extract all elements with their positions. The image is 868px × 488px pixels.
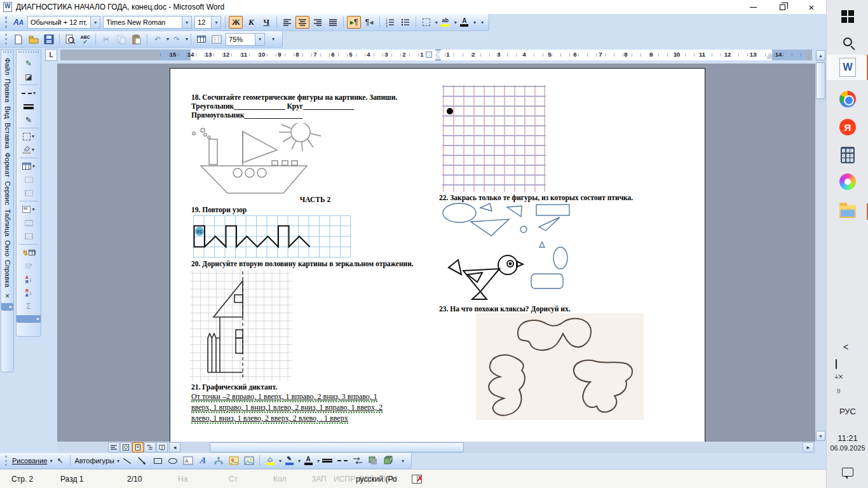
menu-item-4[interactable]: Формат [4,152,11,177]
right-indent-marker[interactable] [767,53,773,58]
search-button[interactable] [827,30,868,53]
tab-selector[interactable]: L [45,49,57,61]
tray-ethernet-icon[interactable]: ⏚✕ [834,374,843,381]
font-combobox[interactable]: Times New Roman▾ [103,16,192,29]
insert-picture-icon[interactable] [242,454,256,467]
arrow-style-icon[interactable] [351,454,365,467]
eraser-icon[interactable]: ◪ [19,70,38,83]
boat-picture[interactable] [188,123,334,206]
scroll-left-button[interactable]: ◄ [169,442,180,452]
italic-button[interactable]: К [244,16,258,29]
toolbar-overflow-chevron[interactable]: ▸ [1,303,13,311]
merge-cells-icon[interactable] [19,173,38,186]
cut-icon[interactable]: ✂ [99,33,113,46]
clock-date[interactable]: 06.09.2025 [827,444,868,452]
tray-camera-icon[interactable] [836,360,837,369]
align-right-button[interactable] [311,16,325,29]
toolbar-overflow-chevron[interactable]: ▸ [17,315,41,323]
scroll-down-button[interactable]: ▼ [816,431,825,441]
menu-item-0[interactable]: Файл [4,58,11,75]
menu-item-7[interactable]: Окно [4,240,11,257]
pattern-picture[interactable] [193,215,351,258]
scroll-right-button[interactable]: ► [803,442,814,452]
text-direction-icon[interactable] [19,259,38,273]
menu-item-5[interactable]: Сервис [4,181,11,205]
document-area[interactable]: 18. Сосчитайте геометрические фигуры на … [57,64,815,442]
menu-item-6[interactable]: Таблица [4,209,11,236]
status-rec-mode[interactable]: ЗАП [311,475,327,484]
outline-view-button[interactable] [144,442,156,452]
toolbar-grip[interactable] [18,51,39,54]
threed-style-icon[interactable] [381,454,395,467]
chevron-down-icon[interactable]: ▾ [166,36,169,42]
outside-border-icon[interactable]: ▾ [19,130,38,143]
columns-icon[interactable] [210,33,224,46]
toolbar-options-button[interactable]: ▾ [478,14,486,30]
split-cells-icon[interactable] [19,186,38,200]
justify-button[interactable] [326,16,340,29]
shadow-style-icon[interactable] [366,454,380,467]
minimize-button[interactable] [738,0,768,14]
chevron-down-icon[interactable]: ▾ [279,458,281,464]
line-color-icon[interactable]: ✎ [282,454,296,467]
language-indicator[interactable]: РУС [827,407,868,416]
clock-time[interactable]: 11:21 [827,433,868,443]
border-color-icon[interactable]: ✎ [19,113,38,126]
table-autoformat-icon[interactable]: ↯ [19,246,38,259]
menu-item-2[interactable]: Вид [4,106,11,119]
shading-color-icon[interactable]: ▾ [19,143,38,156]
print-preview-icon[interactable] [63,33,77,46]
dash-style-icon[interactable] [336,454,349,467]
horizontal-scroll-thumb[interactable] [210,442,464,452]
redo-icon[interactable]: ↷ [170,33,184,46]
start-button[interactable] [827,5,868,28]
document-page[interactable]: 18. Сосчитайте геометрические фигуры на … [170,68,705,442]
menu-item-1[interactable]: Правка [4,79,11,102]
chevron-down-icon[interactable]: ▾ [298,458,301,464]
reading-view-button[interactable] [156,442,168,452]
ltr-paragraph-button[interactable]: ▶¶ [347,16,361,29]
chevron-down-icon[interactable]: ▾ [454,20,457,25]
normal-view-button[interactable] [108,442,119,452]
line-style-icon[interactable]: ▾ [19,86,38,100]
styles-icon[interactable]: AA [11,16,25,29]
align-left-button[interactable] [280,16,294,29]
clip-art-icon[interactable] [227,454,241,467]
rtl-paragraph-button[interactable]: ¶◀ [362,16,376,29]
oval-tool-icon[interactable] [166,454,180,467]
taskbar-yandex-button[interactable]: Я [827,116,868,139]
chevron-down-icon[interactable]: ▾ [473,20,476,25]
chevron-down-icon[interactable]: ▾ [211,17,220,28]
distribute-rows-icon[interactable] [19,216,38,229]
toolbar-grip[interactable] [5,456,7,466]
notification-center-button[interactable] [827,463,868,482]
text-box-icon[interactable]: A [181,454,195,467]
bird-shapes-picture[interactable] [433,203,642,304]
toolbar-grip[interactable] [5,34,7,45]
save-icon[interactable] [42,33,56,46]
bold-button[interactable]: Ж [229,16,243,29]
undo-icon[interactable]: ↶ [151,33,165,46]
borders-button[interactable] [419,16,433,29]
chevron-down-icon[interactable]: ▾ [90,17,100,28]
chevron-down-icon[interactable]: ▾ [317,458,320,464]
menu-item-3[interactable]: Вставка [4,123,11,149]
restore-button[interactable] [768,0,797,14]
tray-collapse-chevron[interactable]: < [843,342,848,352]
taskbar-explorer-button[interactable] [827,200,868,224]
mirror-house-picture[interactable] [190,269,292,381]
draw-menu-button[interactable]: Рисование [12,457,47,464]
rectangle-tool-icon[interactable] [151,454,165,467]
taskbar-photos-button[interactable] [827,170,868,193]
menu-item-8[interactable]: Справка [4,260,11,287]
numbered-list-button[interactable]: 123 [383,16,397,29]
chevron-down-icon[interactable]: ▾ [255,34,264,45]
taskbar-chrome-button[interactable] [827,88,868,111]
underline-button[interactable]: Ч [259,16,273,29]
new-document-icon[interactable] [11,33,25,46]
spelling-icon[interactable]: ABC✓ [78,33,92,46]
print-layout-view-button[interactable] [132,442,144,452]
distribute-columns-icon[interactable] [19,229,38,243]
cell-align-icon[interactable]: ▾ [19,203,38,216]
chevron-down-icon[interactable]: ▾ [182,17,191,28]
